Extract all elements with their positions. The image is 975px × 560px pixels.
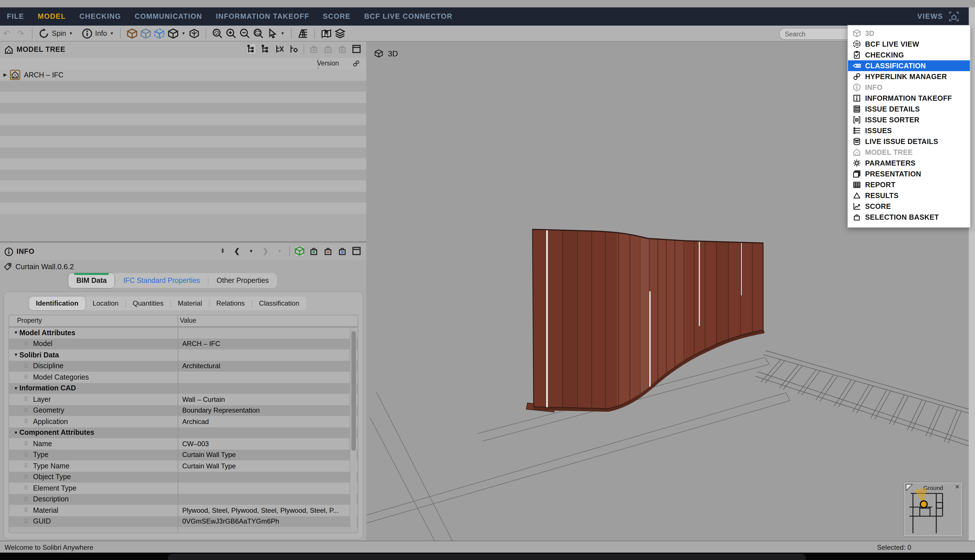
show-in-3d-button[interactable] [294,245,305,257]
menu-item-communication[interactable]: COMMUNICATION [135,13,202,20]
ground-grid-icon[interactable] [297,28,308,39]
views-menu-item-checking[interactable]: CHECKING [848,50,970,60]
column-divider[interactable] [178,315,178,533]
basket-set-button[interactable] [337,245,347,257]
subtab-quantities[interactable]: Quantities [126,297,170,310]
drag-handle-icon[interactable]: ⠿ [24,374,31,380]
views-menu-item-issue-sorter[interactable]: ISSUE SORTER [848,114,970,125]
drag-handle-icon[interactable]: ⠿ [24,485,31,492]
subtab-relations[interactable]: Relations [210,297,252,310]
cube-slate-icon[interactable] [140,28,152,39]
cube-black-icon[interactable] [167,28,179,39]
views-menu-item-score[interactable]: SCORE [848,201,970,212]
drag-handle-icon[interactable]: ⠿ [24,418,31,425]
views-menu-item-live-issue-details[interactable]: LIVE ISSUE DETAILS [848,136,970,147]
table-row[interactable]: ⠿GeometryBoundary Representation [9,405,358,416]
table-scrollbar-thumb[interactable] [351,331,356,451]
prev-button[interactable]: ❮ [232,245,242,257]
zoom-in-icon[interactable] [225,28,237,39]
views-menu-item-bcf-live-view[interactable]: BCF LIVE VIEW [848,39,970,50]
views-menu-item-classification[interactable]: CLASSIFICATION [848,60,970,71]
collapse-arrow-icon[interactable]: ▼ [14,430,19,435]
views-menu-item-parameters[interactable]: PARAMETERS [848,158,970,168]
pointer-caret[interactable]: ▼ [280,31,284,35]
menu-item-score[interactable]: SCORE [323,13,351,20]
views-menu-item-issues[interactable]: ISSUES [848,125,970,136]
layers-icon[interactable] [334,28,346,39]
zoom-window-icon[interactable] [252,28,264,39]
drag-handle-icon[interactable]: ⠿ [24,463,31,469]
views-menu-item-selection-basket[interactable]: SELECTION BASKET [848,212,970,223]
fit-view-icon[interactable] [188,28,200,39]
spin-caret[interactable]: ▼ [69,31,73,35]
sort-toggle-button[interactable]: ▲▼ [217,245,228,257]
drag-handle-icon[interactable]: ⠿ [24,496,31,503]
views-menu-item-information-takeoff[interactable]: INFORMATION TAKEOFF [848,93,970,103]
drag-handle-icon[interactable]: ⠿ [24,474,31,480]
subtab-identification[interactable]: Identification [29,297,85,310]
table-row[interactable]: ⠿ApplicationArchicad [9,416,358,427]
collapse-arrow-icon[interactable]: ▼ [14,330,19,335]
menu-item-checking[interactable]: CHECKING [79,13,121,20]
table-row[interactable]: ⠿ModelARCH – IFC [9,338,358,350]
table-row[interactable]: ⠿TypeCurtain Wall Type [9,449,358,460]
tree-grouping-1-button[interactable] [246,43,256,55]
redo-button[interactable]: ↷ [15,28,26,39]
menu-item-bcf-live-connector[interactable]: BCF LIVE CONNECTOR [364,13,452,20]
tab-bim-data[interactable]: BIM Data [68,273,115,288]
pointer-icon[interactable] [266,28,278,39]
tab-ifc-standard-properties[interactable]: IFC Standard Properties [115,273,208,288]
views-menu-item-issue-details[interactable]: ISSUE DETAILS [848,103,970,114]
undo-button[interactable]: ↶ [1,28,13,39]
subtab-material[interactable]: Material [171,297,209,310]
table-row[interactable]: ⠿MaterialPlywood, Steel, Plywood, Steel,… [9,505,358,516]
drag-handle-icon[interactable]: ⠿ [24,518,31,525]
basket-add-button-disabled[interactable] [309,43,319,55]
views-menu-item-hyperlink-manager[interactable]: HYPERLINK MANAGER [848,71,970,82]
cube-ghost-icon[interactable] [154,28,165,39]
drag-handle-icon[interactable]: ⠿ [24,452,31,458]
basket-remove-button-disabled[interactable] [323,43,333,55]
panel-layout-button[interactable] [351,43,362,55]
drag-handle-icon[interactable]: ⠿ [24,407,31,414]
collapse-arrow-icon[interactable]: ▼ [14,386,19,391]
info-layout-button[interactable] [351,245,362,257]
views-menu-item-report[interactable]: REPORT [848,179,970,190]
table-scrollbar[interactable] [350,328,357,530]
info-mode-icon[interactable] [82,28,93,39]
minimap-toggle-icon[interactable] [321,28,332,39]
spin-icon[interactable] [38,28,50,39]
subtab-location[interactable]: Location [86,297,125,310]
table-row[interactable]: ⠿Type NameCurtain Wall Type [9,460,358,472]
views-menu-button[interactable]: VIEWS [917,12,960,22]
tab-other-properties[interactable]: Other Properties [209,273,277,288]
zoom-select-icon[interactable] [212,28,223,39]
expand-arrow-icon[interactable]: ▶ [3,73,9,78]
table-row[interactable]: ⠿DisciplineArchitectural [9,360,358,372]
tree-grouping-2-button[interactable] [260,43,270,55]
table-row[interactable]: ⠿Object Type [9,472,358,483]
views-menu-item-presentation[interactable]: PRESENTATION [848,168,970,179]
table-row[interactable]: ▼Solibri Data [9,350,358,360]
next-dropdown-button-disabled[interactable]: ▼ [274,245,285,257]
collapse-arrow-icon[interactable]: ▼ [14,353,19,358]
views-menu-item-results[interactable]: RESULTS [848,190,970,201]
menu-item-model[interactable]: MODEL [38,13,66,20]
table-row[interactable]: ⠿GUID0VGmSEwJ3rGB6AaTYGm6Ph [9,516,358,527]
prev-dropdown-button[interactable]: ▼ [246,245,256,257]
model-tree-root-row[interactable]: ▶ARCH – IFC [0,70,366,80]
drag-handle-icon[interactable]: ⠿ [24,363,31,369]
basket-add-button[interactable] [309,245,319,257]
drag-handle-icon[interactable]: ⠿ [24,397,31,403]
next-button-disabled[interactable]: ❯ [260,245,270,257]
table-row[interactable]: ⠿Description [9,494,358,505]
views-menu-item-info[interactable]: INFO [848,82,970,93]
info-caret[interactable]: ▼ [110,31,114,35]
views-menu-item-3d[interactable]: 3D [848,28,970,39]
drag-handle-icon[interactable]: ⠿ [24,507,31,513]
table-row[interactable]: ⠿Element Type [9,483,358,494]
drag-handle-icon[interactable]: ⠿ [24,441,31,447]
table-row[interactable]: ⠿Model Categories [9,372,358,383]
info-mode-label[interactable]: Info [95,29,107,37]
basket-set-button-disabled[interactable] [337,43,347,55]
